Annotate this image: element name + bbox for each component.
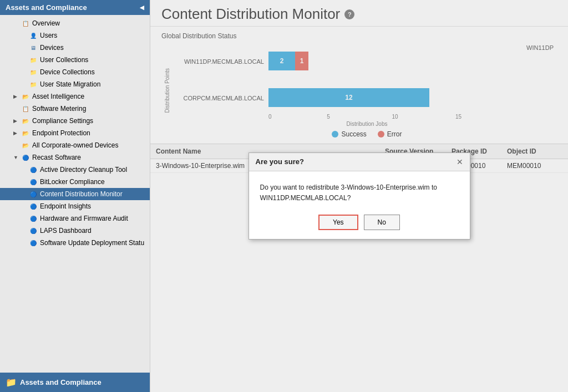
hardware-firmware-icon: 🔵 [29,214,38,223]
dialog-overlay: Are you sure? ✕ Do you want to redistrib… [150,0,568,392]
sidebar-item-software-update[interactable]: 🔵 Software Update Deployment Statu [0,237,150,249]
sidebar-collapse-arrow[interactable]: ◀ [140,4,144,11]
sidebar-item-label: BitLocker Compliance [40,178,105,186]
sidebar-item-label: Overview [32,19,60,27]
expand-arrow: ▼ [13,155,20,160]
sidebar-footer-label: Assets and Compliance [20,378,102,386]
software-update-icon: 🔵 [29,238,38,247]
sidebar-item-label: Recast Software [32,154,81,161]
sidebar-item-label: Endpoint Insights [40,202,91,210]
endpoint-protection-icon: 📂 [21,129,30,138]
sidebar-item-users[interactable]: 👤 Users [0,29,150,42]
sidebar-item-endpoint-protection[interactable]: ▶ 📂 Endpoint Protection [0,127,150,139]
devices-icon: 🖥 [29,43,38,52]
sidebar-item-device-collections[interactable]: 📁 Device Collections [0,66,150,78]
dialog-buttons: Yes No [260,215,459,230]
content-area: Content Distribution Monitor ? Global Di… [150,0,568,392]
dialog-no-button[interactable]: No [364,215,400,230]
sidebar-item-label: Endpoint Protection [32,129,90,137]
sidebar-item-laps[interactable]: 🔵 LAPS Dashboard [0,225,150,237]
sidebar-item-overview[interactable]: 📋 Overview [0,17,150,29]
device-collections-icon: 📁 [29,68,38,77]
sidebar-item-ad-cleanup[interactable]: 🔵 Active Directory Cleanup Tool [0,164,150,176]
sidebar-item-software-metering[interactable]: 📋 Software Metering [0,103,150,115]
dialog-title: Are you sure? [256,157,304,166]
sidebar-item-label: Compliance Settings [32,117,93,125]
sidebar-item-label: Software Update Deployment Statu [40,239,144,247]
sidebar-footer: 📁 Assets and Compliance [0,373,150,392]
sidebar-item-label: Devices [40,44,64,52]
sidebar-item-asset-intelligence[interactable]: ▶ 📂 Asset Intelligence [0,90,150,103]
sidebar: Assets and Compliance ◀ 📋 Overview 👤 Use… [0,0,150,392]
sidebar-item-bitlocker[interactable]: 🔵 BitLocker Compliance [0,176,150,188]
user-collections-icon: 📁 [29,55,38,64]
sidebar-item-compliance-settings[interactable]: ▶ 📂 Compliance Settings [0,115,150,127]
user-state-icon: 📁 [29,80,38,89]
software-metering-icon: 📋 [21,104,30,113]
sidebar-item-label: LAPS Dashboard [40,227,92,235]
sidebar-item-label: Active Directory Cleanup Tool [40,166,127,174]
ad-cleanup-icon: 🔵 [29,165,38,174]
main-container: Assets and Compliance ◀ 📋 Overview 👤 Use… [0,0,568,392]
sidebar-item-user-state-migration[interactable]: 📁 User State Migration [0,78,150,90]
sidebar-item-hardware-firmware[interactable]: 🔵 Hardware and Firmware Audit [0,212,150,225]
asset-intelligence-icon: 📂 [21,92,30,101]
expand-arrow: ▶ [13,130,20,136]
sidebar-item-label: Users [40,32,57,39]
sidebar-item-label: Asset Intelligence [32,93,84,100]
sidebar-item-devices[interactable]: 🖥 Devices [0,42,150,54]
dialog-body: Do you want to redistribute 3-Windows-10… [249,171,470,239]
all-corporate-icon: 📂 [21,141,30,150]
endpoint-insights-icon: 🔵 [29,202,38,211]
sidebar-tree: 📋 Overview 👤 Users 🖥 Devices 📁 User Coll… [0,15,150,373]
sidebar-item-label: User Collections [40,56,88,64]
expand-arrow: ▶ [13,94,20,99]
sidebar-item-all-corporate[interactable]: 📂 All Corporate-owned Devices [0,139,150,151]
expand-arrow: ▶ [13,118,20,124]
compliance-settings-icon: 📂 [21,116,30,125]
recast-software-icon: 🔵 [21,153,30,162]
sidebar-item-content-dist[interactable]: 🔵 Content Distribution Monitor [0,188,150,200]
content-dist-icon: 🔵 [29,190,38,198]
sidebar-header-title: Assets and Compliance [6,3,87,12]
sidebar-header: Assets and Compliance ◀ [0,0,150,15]
sidebar-item-endpoint-insights[interactable]: 🔵 Endpoint Insights [0,200,150,212]
dialog-message: Do you want to redistribute 3-Windows-10… [260,182,459,203]
sidebar-item-label: Software Metering [32,105,86,113]
laps-icon: 🔵 [29,226,38,235]
sidebar-item-label: Hardware and Firmware Audit [40,215,128,222]
dialog-titlebar: Are you sure? ✕ [249,153,470,171]
sidebar-item-label: All Corporate-owned Devices [32,141,118,149]
sidebar-item-recast-software[interactable]: ▼ 🔵 Recast Software [0,151,150,164]
sidebar-item-label: User State Migration [40,80,100,88]
sidebar-item-label: Device Collections [40,68,95,76]
dialog-close-button[interactable]: ✕ [457,157,463,166]
users-icon: 👤 [29,31,38,40]
footer-folder-icon: 📁 [6,377,17,388]
overview-icon: 📋 [21,19,30,28]
bitlocker-icon: 🔵 [29,177,38,186]
dialog-yes-button[interactable]: Yes [318,215,358,230]
sidebar-item-user-collections[interactable]: 📁 User Collections [0,54,150,66]
dialog-box: Are you sure? ✕ Do you want to redistrib… [248,152,470,240]
sidebar-item-label: Content Distribution Monitor [40,190,123,198]
